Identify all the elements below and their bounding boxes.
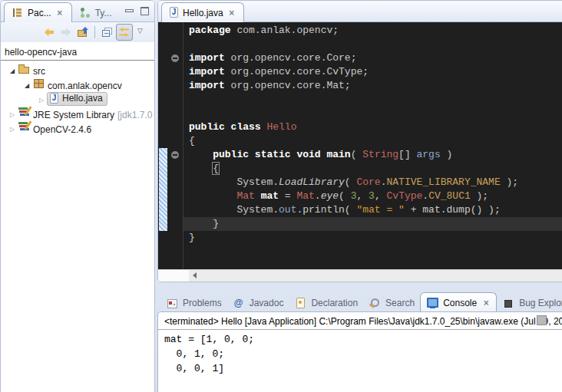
- string-literal: "mat = ": [356, 204, 404, 216]
- code-line[interactable]: import org.opencv.core.Core;: [183, 51, 562, 65]
- code-token: ,: [375, 190, 387, 202]
- code-token: out: [279, 204, 296, 216]
- code-line[interactable]: [183, 107, 562, 120]
- go-into-button[interactable]: [75, 25, 91, 40]
- code-line[interactable]: {: [183, 162, 562, 176]
- range-indicator: [159, 148, 167, 231]
- code-line[interactable]: }: [183, 217, 562, 231]
- code-token: System.: [189, 176, 279, 188]
- horizontal-scrollbar[interactable]: [158, 269, 562, 282]
- editor-pane: Hello.java package com.anlak.opencv;impo…: [157, 0, 562, 282]
- tab-declaration[interactable]: Declaration: [289, 295, 363, 311]
- code-token: CvType: [387, 190, 423, 202]
- go-into-icon: [77, 26, 89, 38]
- tab-label: Search: [385, 298, 415, 308]
- code-line[interactable]: System.out.println( "mat = " + mat.dump(…: [183, 203, 562, 217]
- collapse-twistie-icon[interactable]: [7, 64, 18, 75]
- code-line[interactable]: [183, 38, 562, 51]
- minimize-icon[interactable]: [123, 5, 135, 17]
- code-token: com.anlak.opencv;: [231, 25, 339, 36]
- code-token: .: [381, 176, 387, 188]
- tree-item-jre-system-library[interactable]: JRE System Library[jdk1.7.0: [1, 106, 154, 120]
- code-line[interactable]: Mat mat = Mat.eye( 3, 3, CvType.CV_8UC1 …: [183, 189, 562, 203]
- console-line: 0, 1, 0;: [164, 347, 562, 361]
- javadoc-icon: [233, 297, 245, 309]
- close-icon[interactable]: [481, 298, 491, 308]
- code-area[interactable]: package com.anlak.opencv;import org.open…: [183, 22, 562, 269]
- code-line[interactable]: }: [183, 231, 562, 245]
- tab-problems[interactable]: Problems: [160, 295, 227, 311]
- console-icon: [426, 297, 438, 309]
- code-token: CV_8UC1: [428, 190, 471, 202]
- tab-javadoc[interactable]: Javadoc: [227, 295, 289, 311]
- code-line[interactable]: [183, 93, 562, 107]
- code-line[interactable]: import org.opencv.core.Mat;: [183, 79, 562, 93]
- scrollbar-gutter: [158, 270, 189, 282]
- tab-bug-explorer[interactable]: Bug Explorer: [497, 295, 562, 311]
- code-line[interactable]: System.LoadLibrary( Core.NATIVE_LIBRARY_…: [183, 176, 562, 189]
- tab-label: Console: [443, 298, 477, 308]
- console-output[interactable]: mat = [1, 0, 0; 0, 1, 0; 0, 0, 1]: [158, 330, 562, 376]
- fold-collapse-icon[interactable]: [171, 54, 179, 62]
- folding-ruler[interactable]: [168, 22, 183, 269]
- link-with-editor-button[interactable]: [116, 24, 133, 41]
- tab-label: Problems: [183, 298, 222, 308]
- expand-twistie-icon[interactable]: [7, 123, 18, 133]
- tab-package-explorer[interactable]: Pac...: [4, 2, 72, 22]
- code-token: public static void: [213, 149, 326, 160]
- code-line[interactable]: public static void main( String[] args ): [183, 148, 562, 162]
- collapse-all-button[interactable]: [99, 25, 114, 40]
- tab-search[interactable]: Search: [363, 295, 420, 311]
- tree-item-suffix: [jdk1.7.0: [117, 110, 152, 120]
- code-token: {: [213, 163, 219, 174]
- code-line[interactable]: package com.anlak.opencv;: [183, 24, 562, 38]
- code-token: [189, 163, 213, 174]
- tree-item-label: OpenCV-2.4.6: [33, 124, 91, 135]
- maximize-icon[interactable]: [138, 5, 150, 17]
- bottom-view-stack: ProblemsJavadocDeclarationSearchConsoleB…: [157, 289, 562, 392]
- tab-label: Hello.java: [183, 8, 223, 18]
- item-body: OpenCV-2.4.6: [18, 120, 91, 135]
- code-line[interactable]: {: [183, 134, 562, 148]
- code-token: [189, 149, 213, 160]
- code-token: public class: [189, 121, 266, 133]
- close-icon[interactable]: [55, 8, 64, 18]
- code-token: Core: [356, 176, 380, 188]
- console-line: 0, 0, 1]: [164, 361, 562, 376]
- tree-item-label: com.anlak.opencv: [48, 81, 122, 91]
- tab-type-hierarchy[interactable]: Ty...: [72, 5, 119, 21]
- problems-icon: [166, 297, 178, 309]
- tab-console[interactable]: Console: [420, 292, 497, 311]
- tab-hello-java[interactable]: Hello.java: [161, 2, 244, 22]
- code-token: mat: [261, 190, 279, 202]
- code-line[interactable]: import org.opencv.core.CvType;: [183, 65, 562, 79]
- code-token: (: [345, 176, 357, 188]
- code-token: import: [189, 52, 225, 64]
- tree-item-src[interactable]: src: [1, 62, 154, 77]
- terminate-button[interactable]: [537, 315, 547, 325]
- expand-twistie-icon[interactable]: [36, 94, 47, 104]
- project-root-label[interactable]: hello-opencv-java: [1, 45, 154, 61]
- tree-item-hello-java[interactable]: Hello.java: [1, 91, 154, 106]
- collapse-twistie-icon[interactable]: [21, 79, 32, 90]
- fold-collapse-icon[interactable]: [171, 151, 179, 159]
- java-file-icon: [169, 7, 179, 18]
- tree-item-opencv-2-4-6[interactable]: OpenCV-2.4.6: [1, 120, 154, 135]
- tree-item-label: src: [33, 66, 45, 77]
- code-line[interactable]: public class Hello: [183, 120, 562, 134]
- forward-button[interactable]: [58, 25, 74, 40]
- annotation-ruler[interactable]: [158, 22, 168, 269]
- scrollbar-track[interactable]: [189, 270, 562, 282]
- expand-twistie-icon[interactable]: [7, 108, 18, 119]
- tab-label: Declaration: [311, 298, 358, 308]
- close-icon[interactable]: [227, 8, 236, 18]
- code-token: 3: [369, 190, 375, 202]
- code-token: main: [326, 149, 350, 160]
- code-token: .: [422, 190, 428, 202]
- code-token: import: [189, 66, 225, 77]
- code-token: .: [315, 190, 321, 202]
- tree-item-com-anlak-opencv[interactable]: com.anlak.opencv: [1, 77, 154, 91]
- code-token: []: [398, 149, 416, 160]
- view-menu-button[interactable]: [134, 25, 150, 40]
- back-button[interactable]: [41, 25, 57, 40]
